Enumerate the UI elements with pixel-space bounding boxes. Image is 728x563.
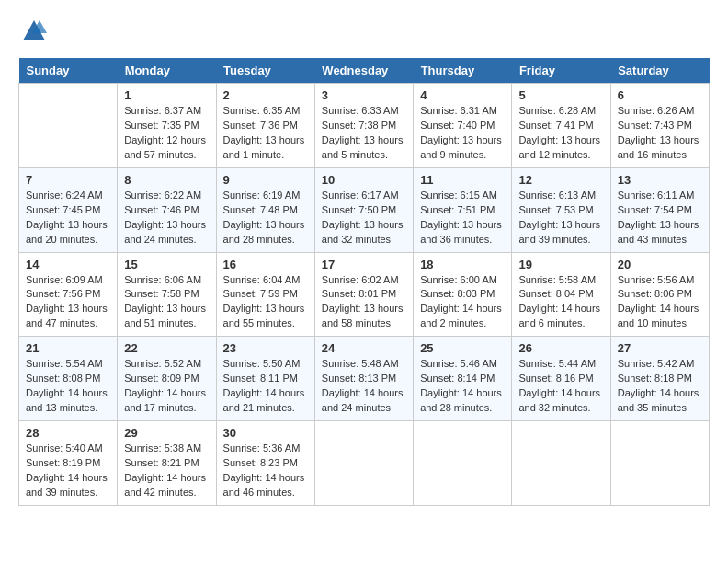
day-number: 8 — [124, 173, 209, 187]
calendar-cell: 13Sunrise: 6:11 AM Sunset: 7:54 PM Dayli… — [610, 167, 709, 252]
day-number: 11 — [420, 173, 505, 187]
day-number: 23 — [223, 341, 308, 355]
cell-text: Sunrise: 5:46 AM Sunset: 8:14 PM Dayligh… — [420, 357, 505, 416]
cell-text: Sunrise: 5:54 AM Sunset: 8:08 PM Dayligh… — [26, 357, 110, 416]
calendar-cell: 19Sunrise: 5:58 AM Sunset: 8:04 PM Dayli… — [512, 252, 610, 337]
day-number: 19 — [518, 258, 603, 271]
calendar-cell: 2Sunrise: 6:35 AM Sunset: 7:36 PM Daylig… — [216, 84, 314, 168]
cell-text: Sunrise: 6:22 AM Sunset: 7:46 PM Dayligh… — [124, 189, 209, 247]
day-number: 5 — [518, 88, 603, 102]
calendar-cell: 1Sunrise: 6:37 AM Sunset: 7:35 PM Daylig… — [118, 84, 216, 168]
calendar-cell: 12Sunrise: 6:13 AM Sunset: 7:53 PM Dayli… — [512, 167, 610, 252]
day-number: 30 — [223, 426, 308, 440]
cell-text: Sunrise: 5:36 AM Sunset: 8:23 PM Dayligh… — [223, 442, 308, 500]
day-number: 13 — [618, 173, 702, 187]
calendar-cell: 4Sunrise: 6:31 AM Sunset: 7:40 PM Daylig… — [414, 84, 512, 168]
day-number: 10 — [322, 173, 406, 187]
cell-text: Sunrise: 6:26 AM Sunset: 7:43 PM Dayligh… — [618, 104, 702, 163]
cell-text: Sunrise: 5:48 AM Sunset: 8:13 PM Dayligh… — [322, 357, 406, 416]
cell-text: Sunrise: 6:24 AM Sunset: 7:45 PM Dayligh… — [26, 189, 110, 247]
week-row-4: 21Sunrise: 5:54 AM Sunset: 8:08 PM Dayli… — [19, 337, 710, 421]
day-number: 25 — [420, 341, 505, 355]
calendar-cell: 28Sunrise: 5:40 AM Sunset: 8:19 PM Dayli… — [19, 421, 118, 506]
day-number: 1 — [124, 88, 209, 102]
day-number: 22 — [124, 341, 209, 355]
cell-text: Sunrise: 5:56 AM Sunset: 8:06 PM Dayligh… — [618, 273, 702, 332]
calendar-table: SundayMondayTuesdayWednesdayThursdayFrid… — [18, 58, 710, 506]
header — [18, 18, 710, 49]
week-row-1: 1Sunrise: 6:37 AM Sunset: 7:35 PM Daylig… — [19, 84, 710, 168]
day-number: 7 — [26, 173, 110, 187]
header-day-friday: Friday — [512, 58, 610, 84]
week-row-3: 14Sunrise: 6:09 AM Sunset: 7:56 PM Dayli… — [19, 252, 710, 337]
header-day-tuesday: Tuesday — [216, 58, 314, 84]
calendar-cell: 18Sunrise: 6:00 AM Sunset: 8:03 PM Dayli… — [414, 252, 512, 337]
calendar-cell: 30Sunrise: 5:36 AM Sunset: 8:23 PM Dayli… — [216, 421, 314, 506]
cell-text: Sunrise: 6:15 AM Sunset: 7:51 PM Dayligh… — [420, 189, 505, 247]
day-number: 17 — [322, 258, 406, 271]
cell-text: Sunrise: 6:11 AM Sunset: 7:54 PM Dayligh… — [618, 189, 702, 247]
day-number: 14 — [26, 258, 110, 271]
cell-text: Sunrise: 6:17 AM Sunset: 7:50 PM Dayligh… — [322, 189, 406, 247]
header-day-monday: Monday — [118, 58, 216, 84]
header-day-wednesday: Wednesday — [314, 58, 413, 84]
day-number: 9 — [223, 173, 308, 187]
calendar-cell: 6Sunrise: 6:26 AM Sunset: 7:43 PM Daylig… — [610, 84, 709, 168]
day-number: 16 — [223, 258, 308, 271]
day-number: 28 — [26, 426, 110, 440]
cell-text: Sunrise: 5:40 AM Sunset: 8:19 PM Dayligh… — [26, 442, 110, 500]
day-number: 2 — [223, 88, 308, 102]
calendar-cell — [512, 421, 610, 506]
calendar-cell: 23Sunrise: 5:50 AM Sunset: 8:11 PM Dayli… — [216, 337, 314, 421]
cell-text: Sunrise: 6:37 AM Sunset: 7:35 PM Dayligh… — [124, 104, 209, 163]
cell-text: Sunrise: 6:13 AM Sunset: 7:53 PM Dayligh… — [518, 189, 603, 247]
week-row-2: 7Sunrise: 6:24 AM Sunset: 7:45 PM Daylig… — [19, 167, 710, 252]
day-number: 20 — [618, 258, 702, 271]
calendar-cell: 21Sunrise: 5:54 AM Sunset: 8:08 PM Dayli… — [19, 337, 118, 421]
cell-text: Sunrise: 5:38 AM Sunset: 8:21 PM Dayligh… — [124, 442, 209, 500]
day-number: 15 — [124, 258, 209, 271]
calendar-cell: 26Sunrise: 5:44 AM Sunset: 8:16 PM Dayli… — [512, 337, 610, 421]
calendar-cell: 11Sunrise: 6:15 AM Sunset: 7:51 PM Dayli… — [414, 167, 512, 252]
day-number: 24 — [322, 341, 406, 355]
logo — [18, 18, 47, 49]
header-day-sunday: Sunday — [19, 58, 118, 84]
cell-text: Sunrise: 5:42 AM Sunset: 8:18 PM Dayligh… — [618, 357, 702, 416]
cell-text: Sunrise: 6:04 AM Sunset: 7:59 PM Dayligh… — [223, 273, 308, 332]
day-number: 6 — [618, 88, 702, 102]
calendar-cell: 20Sunrise: 5:56 AM Sunset: 8:06 PM Dayli… — [610, 252, 709, 337]
cell-text: Sunrise: 5:52 AM Sunset: 8:09 PM Dayligh… — [124, 357, 209, 416]
calendar-cell — [414, 421, 512, 506]
day-number: 29 — [124, 426, 209, 440]
cell-text: Sunrise: 5:44 AM Sunset: 8:16 PM Dayligh… — [518, 357, 603, 416]
calendar-cell: 10Sunrise: 6:17 AM Sunset: 7:50 PM Dayli… — [314, 167, 413, 252]
day-number: 27 — [618, 341, 702, 355]
calendar-cell: 16Sunrise: 6:04 AM Sunset: 7:59 PM Dayli… — [216, 252, 314, 337]
cell-text: Sunrise: 6:02 AM Sunset: 8:01 PM Dayligh… — [322, 273, 406, 332]
cell-text: Sunrise: 6:35 AM Sunset: 7:36 PM Dayligh… — [223, 104, 308, 163]
header-day-saturday: Saturday — [610, 58, 709, 84]
calendar-cell: 5Sunrise: 6:28 AM Sunset: 7:41 PM Daylig… — [512, 84, 610, 168]
calendar-cell: 24Sunrise: 5:48 AM Sunset: 8:13 PM Dayli… — [314, 337, 413, 421]
cell-text: Sunrise: 6:09 AM Sunset: 7:56 PM Dayligh… — [26, 273, 110, 332]
header-day-thursday: Thursday — [414, 58, 512, 84]
calendar-cell: 14Sunrise: 6:09 AM Sunset: 7:56 PM Dayli… — [19, 252, 118, 337]
cell-text: Sunrise: 6:33 AM Sunset: 7:38 PM Dayligh… — [322, 104, 406, 163]
day-number: 3 — [322, 88, 406, 102]
cell-text: Sunrise: 6:06 AM Sunset: 7:58 PM Dayligh… — [124, 273, 209, 332]
calendar-cell: 15Sunrise: 6:06 AM Sunset: 7:58 PM Dayli… — [118, 252, 216, 337]
calendar-cell: 17Sunrise: 6:02 AM Sunset: 8:01 PM Dayli… — [314, 252, 413, 337]
cell-text: Sunrise: 6:31 AM Sunset: 7:40 PM Dayligh… — [420, 104, 505, 163]
day-number: 21 — [26, 341, 110, 355]
calendar-cell — [314, 421, 413, 506]
calendar-cell: 7Sunrise: 6:24 AM Sunset: 7:45 PM Daylig… — [19, 167, 118, 252]
week-row-5: 28Sunrise: 5:40 AM Sunset: 8:19 PM Dayli… — [19, 421, 710, 506]
header-row: SundayMondayTuesdayWednesdayThursdayFrid… — [19, 58, 710, 84]
day-number: 18 — [420, 258, 505, 271]
calendar-cell: 8Sunrise: 6:22 AM Sunset: 7:46 PM Daylig… — [118, 167, 216, 252]
calendar-cell: 27Sunrise: 5:42 AM Sunset: 8:18 PM Dayli… — [610, 337, 709, 421]
calendar-cell — [19, 84, 118, 168]
calendar-cell: 22Sunrise: 5:52 AM Sunset: 8:09 PM Dayli… — [118, 337, 216, 421]
day-number: 26 — [518, 341, 603, 355]
calendar-cell: 25Sunrise: 5:46 AM Sunset: 8:14 PM Dayli… — [414, 337, 512, 421]
